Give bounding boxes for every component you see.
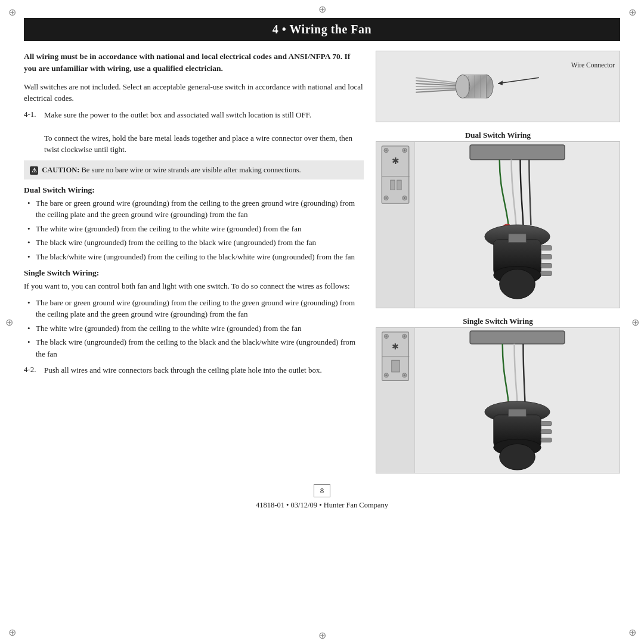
reg-mark-left-center: ⊕ bbox=[3, 316, 15, 328]
intro-text: All wiring must be in accordance with na… bbox=[24, 51, 364, 75]
svg-rect-60 bbox=[470, 331, 565, 344]
dual-switch-diagram: ✱ bbox=[376, 141, 620, 308]
dual-switch-panel: ✱ bbox=[376, 142, 415, 308]
svg-rect-39 bbox=[541, 246, 552, 250]
dual-switch-panel-svg: ✱ bbox=[379, 145, 412, 205]
dual-switch-item-4: The black/white wire (ungrounded) from t… bbox=[24, 251, 364, 263]
svg-rect-53 bbox=[392, 360, 400, 372]
svg-rect-41 bbox=[541, 264, 552, 268]
svg-rect-69 bbox=[541, 438, 552, 442]
step-4-1-number: 4-1. bbox=[24, 109, 42, 156]
step-4-2-number: 4-2. bbox=[24, 364, 42, 376]
reg-mark-bottom-center: ⊕ bbox=[316, 629, 328, 641]
single-switch-item-2: The white wire (grounded) from the ceili… bbox=[24, 323, 364, 335]
right-column: Wire Connector Dual Switch Wiring bbox=[376, 51, 620, 473]
dual-switch-diagram-container: Dual Switch Wiring bbox=[376, 128, 620, 308]
svg-rect-42 bbox=[541, 271, 552, 275]
single-switch-diagram: ✱ bbox=[376, 327, 620, 473]
dual-switch-fan-svg bbox=[415, 142, 620, 308]
svg-rect-31 bbox=[470, 145, 565, 160]
caution-box: ⚠ CAUTION: Be sure no bare wire or wire … bbox=[24, 160, 364, 179]
dual-switch-fan-diagram bbox=[415, 142, 620, 308]
svg-rect-70 bbox=[509, 409, 527, 417]
single-switch-diagram-container: Single Switch Wiring bbox=[376, 314, 620, 473]
single-switch-item-1: The bare or green ground wire (grounding… bbox=[24, 297, 364, 320]
footer: 41818-01 • 03/12/09 • Hunter Fan Company bbox=[24, 501, 620, 510]
dual-switch-diagram-label: Dual Switch Wiring bbox=[376, 128, 620, 141]
svg-rect-67 bbox=[541, 422, 552, 426]
step-4-1-a: Make sure the power to the outlet box an… bbox=[44, 109, 364, 121]
svg-point-38 bbox=[500, 269, 535, 299]
page: ⊕ ⊕ ⊕ ⊕ ⊕ ⊕ ⊕ ⊕ 4 • Wiring the Fan All w… bbox=[0, 0, 644, 644]
reg-mark-top-left: ⊕ bbox=[6, 6, 18, 18]
svg-rect-14 bbox=[382, 146, 408, 203]
svg-rect-24 bbox=[397, 180, 401, 190]
dual-switch-item-3: The black wire (ungrounded) from the cei… bbox=[24, 237, 364, 249]
reg-mark-top-right: ⊕ bbox=[626, 6, 638, 18]
wall-switch-text: Wall switches are not included. Select a… bbox=[24, 81, 364, 104]
caution-label: CAUTION: bbox=[42, 166, 79, 174]
reg-mark-bottom-right: ⊕ bbox=[626, 626, 638, 638]
step-4-1: 4-1. Make sure the power to the outlet b… bbox=[24, 109, 364, 156]
left-column: All wiring must be in accordance with na… bbox=[24, 51, 364, 473]
single-switch-item-3: The black wire (ungrounded) from the cei… bbox=[24, 336, 364, 360]
dual-switch-item-1: The bare or green ground wire (grounding… bbox=[24, 197, 364, 221]
step-4-2: 4-2. Push all wires and wire connectors … bbox=[24, 364, 364, 376]
content-area: All wiring must be in accordance with na… bbox=[24, 51, 620, 473]
single-switch-fan-diagram bbox=[415, 328, 620, 473]
dual-switch-header: Dual Switch Wiring: bbox=[24, 185, 364, 195]
reg-mark-right-center: ⊕ bbox=[629, 316, 641, 328]
single-switch-panel: ✱ bbox=[376, 328, 415, 473]
svg-text:✱: ✱ bbox=[392, 342, 399, 351]
step-4-1-b: To connect the wires, hold the bare meta… bbox=[44, 132, 364, 156]
page-title: 4 • Wiring the Fan bbox=[24, 18, 620, 41]
svg-point-8 bbox=[456, 75, 470, 98]
svg-point-66 bbox=[500, 444, 535, 470]
svg-line-12 bbox=[498, 78, 539, 83]
svg-rect-40 bbox=[541, 255, 552, 259]
svg-rect-68 bbox=[541, 430, 552, 434]
svg-marker-13 bbox=[498, 80, 503, 85]
single-switch-fan-svg bbox=[415, 328, 620, 473]
caution-text: Be sure no bare wire or wire strands are… bbox=[81, 166, 301, 174]
wire-connector-diagram: Wire Connector bbox=[376, 51, 620, 122]
step-4-1-content: Make sure the power to the outlet box an… bbox=[44, 109, 364, 156]
reg-mark-top-center: ⊕ bbox=[316, 3, 328, 15]
page-number-container: 8 bbox=[24, 479, 620, 497]
single-switch-panel-svg: ✱ bbox=[379, 331, 412, 382]
svg-rect-43 bbox=[509, 234, 527, 243]
step-4-2-content: Push all wires and wire connectors back … bbox=[44, 364, 364, 376]
wire-connector-label: Wire Connector bbox=[571, 60, 615, 70]
dual-switch-list: The bare or green ground wire (grounding… bbox=[24, 197, 364, 263]
page-number: 8 bbox=[314, 484, 331, 497]
single-switch-list: The bare or green ground wire (grounding… bbox=[24, 297, 364, 360]
svg-text:✱: ✱ bbox=[392, 156, 400, 166]
caution-symbol: ⚠ bbox=[30, 166, 38, 175]
svg-rect-23 bbox=[391, 180, 395, 190]
single-switch-header: Single Switch Wiring: bbox=[24, 268, 364, 278]
dual-switch-item-2: The white wire (grounded) from the ceili… bbox=[24, 223, 364, 235]
single-switch-diagram-label: Single Switch Wiring bbox=[376, 314, 620, 327]
reg-mark-bottom-left: ⊕ bbox=[6, 626, 18, 638]
single-switch-intro: If you want to, you can control both fan… bbox=[24, 280, 364, 292]
